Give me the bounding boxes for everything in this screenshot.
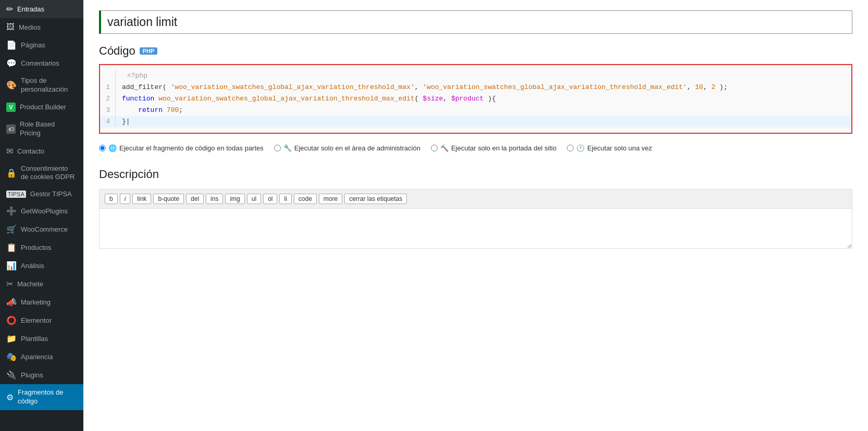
sidebar-item-label: WooCommerce: [21, 225, 68, 233]
sidebar-item-plugins[interactable]: 🔌 Plugins: [0, 366, 83, 384]
sidebar-item-label: Apariencia: [21, 353, 53, 361]
sidebar-item-woocommerce[interactable]: 🛒 WooCommerce: [0, 220, 83, 238]
sidebar-item-label: Elementor: [21, 316, 52, 324]
sidebar-item-gestor-tipsa[interactable]: TIPSA Gestor TIPSA: [0, 186, 83, 202]
machete-icon: ✂: [6, 279, 13, 289]
code-content-4: }|: [122, 116, 130, 128]
sidebar: ✏ Entradas 🖼 Medios 📄 Páginas 💬 Comentar…: [0, 0, 83, 431]
toolbar-btn-cerrar-etiquetas[interactable]: cerrar las etiquetas: [344, 194, 407, 204]
sidebar-item-entradas[interactable]: ✏ Entradas: [0, 0, 83, 18]
sidebar-item-fragmentos[interactable]: ⚙ Fragmentos de código: [0, 384, 83, 410]
wrench-icon: 🔧: [283, 144, 292, 152]
line-number-1: 1: [100, 82, 116, 93]
exec-option-everywhere[interactable]: 🌐 Ejecutar el fragmento de código en tod…: [99, 144, 264, 152]
exec-label-everywhere: Ejecutar el fragmento de código en todas…: [119, 144, 264, 152]
code-line-2: 2 function woo_variation_swatches_global…: [100, 93, 851, 105]
code-line-3: 3 return 700;: [100, 105, 851, 116]
clock-icon: 🕐: [576, 144, 585, 152]
description-editor[interactable]: [99, 208, 852, 249]
editor-toolbar: b i link b-quote del ins img ul ol li co…: [99, 189, 852, 208]
main-content: Código PHP <?php 1 add_filter( 'woo_vari…: [83, 0, 868, 431]
sidebar-item-apariencia[interactable]: 🎭 Apariencia: [0, 348, 83, 366]
medios-icon: 🖼: [6, 22, 15, 32]
sidebar-item-medios[interactable]: 🖼 Medios: [0, 18, 83, 36]
apariencia-icon: 🎭: [6, 352, 17, 362]
hammer-icon: 🔨: [440, 144, 449, 152]
toolbar-btn-ol[interactable]: ol: [263, 194, 277, 204]
line-number-4: 4: [100, 116, 116, 128]
toolbar-btn-ul[interactable]: ul: [247, 194, 261, 204]
toolbar-btn-img[interactable]: img: [225, 194, 244, 204]
code-editor-wrapper: <?php 1 add_filter( 'woo_variation_swatc…: [99, 64, 852, 134]
sidebar-item-personalizacion[interactable]: 🎨 Tipos de personalización: [0, 72, 83, 98]
sidebar-item-cookies[interactable]: 🔒 Consentimiento de cookies GDPR: [0, 160, 83, 186]
paginas-icon: 📄: [6, 40, 17, 50]
exec-label-admin: Ejecutar solo en el área de administraci…: [294, 144, 420, 152]
sidebar-item-analisis[interactable]: 📊 Análisis: [0, 257, 83, 275]
marketing-icon: 📣: [6, 297, 17, 307]
exec-option-frontend[interactable]: 🔨 Ejecutar solo en la portada del sitio: [431, 144, 556, 152]
sidebar-item-elementor[interactable]: ⭕ Elementor: [0, 311, 83, 329]
sidebar-item-getwoo[interactable]: ➕ GetWooPlugins: [0, 202, 83, 220]
sidebar-item-label: Machete: [17, 280, 43, 288]
sidebar-item-marketing[interactable]: 📣 Marketing: [0, 293, 83, 311]
getwoo-icon: ➕: [6, 206, 17, 216]
woocommerce-icon: 🛒: [6, 224, 17, 234]
role-based-pricing-icon: 🏷: [6, 124, 16, 134]
sidebar-item-contacto[interactable]: ✉ Contacto: [0, 142, 83, 160]
sidebar-item-role-based-pricing[interactable]: 🏷 Role Based Pricing: [0, 116, 83, 142]
toolbar-btn-bquote[interactable]: b-quote: [153, 194, 184, 204]
exec-radio-frontend[interactable]: [431, 145, 438, 151]
sidebar-item-paginas[interactable]: 📄 Páginas: [0, 36, 83, 54]
personalizacion-icon: 🎨: [6, 80, 17, 90]
sidebar-item-plantillas[interactable]: 📁 Plantillas: [0, 329, 83, 348]
exec-option-once[interactable]: 🕐 Ejecutar solo una vez: [567, 144, 652, 152]
toolbar-btn-code[interactable]: code: [294, 194, 317, 204]
snippet-title-input[interactable]: [99, 10, 852, 34]
sidebar-item-label: Medios: [19, 23, 41, 31]
product-builder-icon: V: [6, 103, 16, 112]
entradas-icon: ✏: [6, 4, 13, 14]
exec-radio-once[interactable]: [567, 145, 574, 151]
toolbar-btn-li[interactable]: li: [279, 194, 291, 204]
exec-option-admin[interactable]: 🔧 Ejecutar solo en el área de administra…: [274, 144, 420, 152]
sidebar-item-machete[interactable]: ✂ Machete: [0, 275, 83, 293]
sidebar-item-label: Product Builder: [20, 103, 66, 111]
sidebar-item-label: Role Based Pricing: [20, 120, 77, 138]
sidebar-item-label: Tipos de personalización: [21, 77, 77, 94]
globe-icon: 🌐: [108, 144, 117, 152]
code-section-heading: Código PHP: [99, 44, 852, 58]
sidebar-item-label: Entradas: [17, 5, 44, 13]
sidebar-item-label: Fragmentos de código: [18, 388, 77, 406]
elementor-icon: ⭕: [6, 315, 17, 325]
sidebar-item-label: Consentimiento de cookies GDPR: [21, 164, 77, 182]
exec-label-once: Ejecutar solo una vez: [587, 144, 652, 152]
toolbar-btn-more[interactable]: more: [319, 194, 342, 204]
exec-radio-everywhere[interactable]: [99, 145, 106, 151]
line-number-2: 2: [100, 93, 116, 105]
code-editor[interactable]: <?php 1 add_filter( 'woo_variation_swatc…: [100, 65, 851, 133]
description-heading-text: Descripción: [99, 168, 159, 181]
toolbar-btn-b[interactable]: b: [105, 194, 118, 204]
fragmentos-icon: ⚙: [6, 392, 14, 402]
code-content-2: function woo_variation_swatches_global_a…: [122, 93, 496, 105]
toolbar-btn-ins[interactable]: ins: [206, 194, 223, 204]
sidebar-item-comentarios[interactable]: 💬 Comentarios: [0, 54, 83, 72]
productos-icon: 📋: [6, 243, 17, 252]
plantillas-icon: 📁: [6, 334, 17, 344]
exec-radio-admin[interactable]: [274, 145, 281, 151]
tipsa-icon: TIPSA: [6, 191, 26, 198]
code-line-1: 1 add_filter( 'woo_variation_swatches_gl…: [100, 82, 851, 93]
toolbar-btn-del[interactable]: del: [186, 194, 204, 204]
sidebar-item-productos[interactable]: 📋 Productos: [0, 238, 83, 257]
sidebar-item-label: Análisis: [21, 262, 44, 270]
toolbar-btn-link[interactable]: link: [132, 194, 151, 204]
exec-options: 🌐 Ejecutar el fragmento de código en tod…: [99, 144, 852, 152]
line-number-3: 3: [100, 105, 116, 116]
toolbar-btn-i[interactable]: i: [120, 194, 131, 204]
code-line-comment: <?php: [100, 70, 851, 82]
code-line-4: 4 }|: [100, 116, 851, 128]
sidebar-item-product-builder[interactable]: V Product Builder: [0, 98, 83, 116]
code-content-1: add_filter( 'woo_variation_swatches_glob…: [122, 82, 727, 93]
code-comment-php: <?php: [122, 70, 147, 82]
